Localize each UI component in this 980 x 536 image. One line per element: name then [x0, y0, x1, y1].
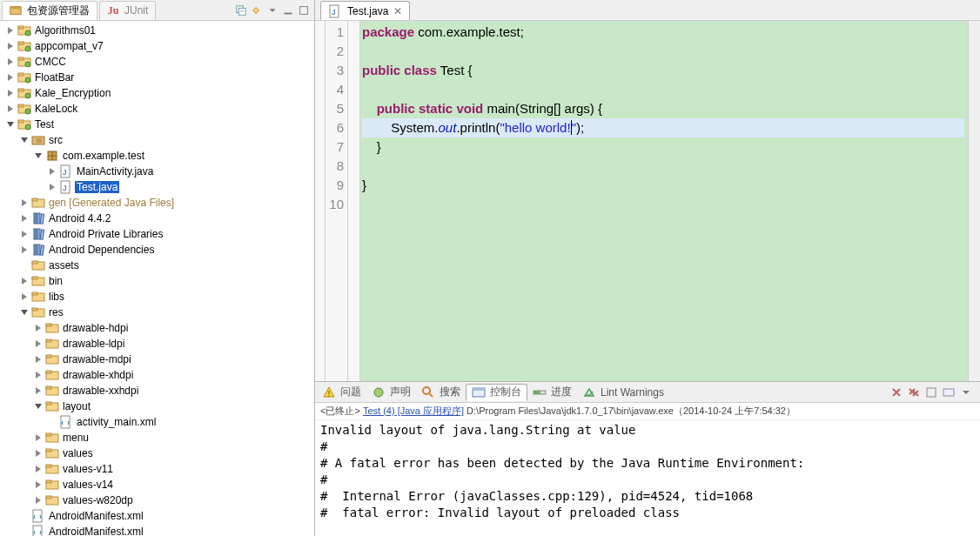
tree-item[interactable]: drawable-xxhdpi — [3, 383, 314, 399]
bottom-tab-progress[interactable]: 进度 — [527, 384, 577, 401]
tree-item[interactable]: values-w820dp — [3, 492, 314, 508]
chevron-right-icon[interactable] — [31, 340, 45, 347]
bottom-tab-decl[interactable]: 声明 — [366, 384, 416, 401]
tree-item[interactable]: com.example.test — [3, 148, 314, 164]
close-icon[interactable]: ✕ — [392, 5, 402, 17]
tree-item[interactable]: AndroidManifest.xml — [3, 524, 314, 536]
tree-item[interactable]: AndroidManifest.xml — [3, 508, 314, 524]
collapse-all-icon[interactable] — [234, 3, 248, 17]
chevron-right-icon[interactable] — [31, 325, 45, 332]
tree-item[interactable]: drawable-hdpi — [3, 320, 314, 336]
tree-item[interactable]: menu — [3, 430, 314, 446]
chevron-right-icon[interactable] — [3, 58, 17, 65]
folder-icon — [45, 399, 59, 413]
pkg-icon — [45, 149, 59, 163]
chevron-right-icon[interactable] — [45, 184, 59, 191]
tree-item[interactable]: appcompat_v7 — [3, 38, 314, 54]
console-menu-icon[interactable] — [959, 385, 973, 399]
view-menu-icon[interactable] — [265, 3, 279, 17]
tree-item-label: MainActivity.java — [75, 165, 155, 178]
bottom-tab-search[interactable]: 搜索 — [416, 384, 466, 401]
svg-rect-41 — [40, 214, 44, 224]
tree-item[interactable]: bin — [3, 273, 314, 289]
chevron-down-icon[interactable] — [17, 309, 31, 316]
bottom-tab-console[interactable]: 控制台 — [466, 384, 527, 401]
chevron-right-icon[interactable] — [31, 450, 45, 457]
tree-item[interactable]: JTest.java — [3, 179, 314, 195]
tree-item[interactable]: gen [Generated Java Files] — [3, 195, 314, 211]
maximize-icon[interactable] — [297, 3, 311, 17]
tree-item[interactable]: drawable-xhdpi — [3, 367, 314, 383]
svg-rect-55 — [32, 308, 37, 311]
tree-item[interactable]: drawable-ldpi — [3, 336, 314, 352]
chevron-right-icon[interactable] — [17, 278, 31, 285]
chevron-right-icon[interactable] — [3, 74, 17, 81]
chevron-right-icon[interactable] — [3, 90, 17, 97]
chevron-right-icon[interactable] — [17, 293, 31, 300]
chevron-right-icon[interactable] — [17, 199, 31, 206]
tree-item[interactable]: layout — [3, 399, 314, 414]
chevron-right-icon[interactable] — [3, 43, 17, 50]
search-icon — [421, 385, 435, 399]
console-output[interactable]: Invalid layout of java.lang.String at va… — [315, 420, 980, 536]
tree-item[interactable]: src — [3, 132, 314, 148]
tree-item[interactable]: CMCC — [3, 54, 314, 70]
minimize-icon[interactable] — [281, 3, 295, 17]
chevron-right-icon[interactable] — [31, 497, 45, 504]
folder-icon — [45, 431, 59, 445]
chevron-right-icon[interactable] — [31, 372, 45, 379]
tree-item[interactable]: Android Private Libraries — [3, 226, 314, 242]
chevron-right-icon[interactable] — [45, 168, 59, 175]
bottom-tab-warning[interactable]: 问题 — [317, 384, 366, 401]
chevron-right-icon[interactable] — [17, 246, 31, 253]
tree-item[interactable]: libs — [3, 289, 314, 305]
remove-launch-icon[interactable] — [889, 385, 903, 399]
tree-item[interactable]: drawable-mdpi — [3, 352, 314, 367]
display-selected-icon[interactable] — [942, 385, 956, 399]
tree-item[interactable]: Algorithms01 — [3, 23, 314, 38]
overview-ruler[interactable] — [968, 21, 980, 381]
xml-icon — [59, 415, 73, 429]
folding-gutter[interactable] — [315, 21, 326, 381]
chevron-down-icon[interactable] — [17, 137, 31, 144]
editor-tab-test-java[interactable]: J Test.java ✕ — [320, 1, 410, 20]
chevron-right-icon[interactable] — [3, 27, 17, 34]
chevron-right-icon[interactable] — [17, 231, 31, 238]
chevron-down-icon[interactable] — [31, 403, 45, 410]
chevron-down-icon[interactable] — [3, 121, 17, 128]
tree-item[interactable]: Android Dependencies — [3, 242, 314, 258]
console-icon — [472, 385, 486, 399]
link-editor-icon[interactable] — [250, 3, 264, 17]
tree-item[interactable]: res — [3, 305, 314, 320]
console-launch-link[interactable]: Test (4) [Java 应用程序] — [363, 405, 464, 416]
tree-item[interactable]: values-v14 — [3, 477, 314, 492]
tree-item[interactable]: Test — [3, 117, 314, 132]
tree-item[interactable]: KaleLock — [3, 101, 314, 117]
remove-all-icon[interactable] — [907, 385, 921, 399]
project-tree[interactable]: Algorithms01appcompat_v7CMCCFloatBarKale… — [0, 21, 314, 536]
tree-item[interactable]: activity_main.xml — [3, 414, 314, 430]
pin-console-icon[interactable] — [924, 385, 938, 399]
tree-item[interactable]: FloatBar — [3, 70, 314, 85]
bottom-tab-lint[interactable]: Lint Warnings — [577, 384, 669, 401]
tree-item[interactable]: values-v11 — [3, 461, 314, 477]
chevron-right-icon[interactable] — [31, 356, 45, 363]
code-editor[interactable]: 12345678910 package com.example.test; pu… — [315, 21, 980, 381]
tree-item[interactable]: Kale_Encryption — [3, 85, 314, 101]
chevron-right-icon[interactable] — [17, 215, 31, 222]
chevron-right-icon[interactable] — [3, 105, 17, 112]
tab-junit[interactable]: Ju JUnit — [99, 1, 156, 20]
tree-item[interactable]: assets — [3, 258, 314, 273]
tree-item[interactable]: values — [3, 446, 314, 461]
tab-package-explorer[interactable]: 包资源管理器 — [2, 1, 97, 20]
chevron-right-icon[interactable] — [31, 387, 45, 394]
chevron-down-icon[interactable] — [31, 152, 45, 159]
chevron-right-icon[interactable] — [31, 466, 45, 472]
editor-tab-label: Test.java — [347, 5, 388, 17]
code-area[interactable]: package com.example.test; public class T… — [360, 21, 968, 381]
tree-item[interactable]: Android 4.4.2 — [3, 211, 314, 226]
tree-item-label: drawable-xxhdpi — [61, 385, 140, 397]
chevron-right-icon[interactable] — [31, 481, 45, 488]
chevron-right-icon[interactable] — [31, 434, 45, 441]
tree-item[interactable]: JMainActivity.java — [3, 164, 314, 179]
